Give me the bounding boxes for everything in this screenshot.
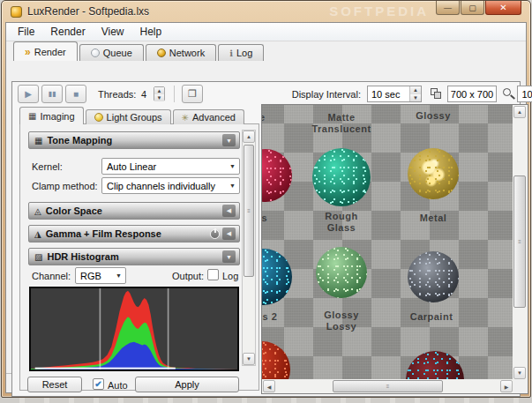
scroll-down-icon[interactable]: ▼: [243, 353, 255, 365]
spinner-up-icon[interactable]: ▲: [154, 87, 164, 94]
toolbar-separator: [174, 86, 175, 102]
material-label: Glass: [262, 213, 267, 224]
tab-light-groups[interactable]: Light Groups: [86, 109, 171, 124]
close-button[interactable]: ✕: [485, 1, 521, 15]
stop-render-button[interactable]: ■: [65, 85, 86, 103]
scroll-up-icon[interactable]: ▲: [513, 106, 526, 118]
display-interval-spinbox[interactable]: 10 sec ▲ ▼: [367, 86, 422, 102]
resize-icon: [431, 88, 438, 95]
tab-light-groups-label: Light Groups: [107, 112, 162, 123]
menu-file[interactable]: File: [10, 24, 42, 40]
gamma-film-response-title: Gamma + Film Response: [46, 228, 207, 239]
copy-to-clipboard-button[interactable]: ❐: [182, 85, 203, 103]
tab-queue-label: Queue: [103, 48, 132, 58]
spinner-down-icon[interactable]: ▼: [410, 94, 421, 102]
pause-render-button[interactable]: ▮▮: [41, 85, 63, 103]
clamp-method-select[interactable]: Clip channels individually ▼: [101, 177, 240, 194]
kernel-select[interactable]: Auto Linear ▼: [101, 158, 240, 175]
render-hscrollbar-thumb[interactable]: ≡: [333, 380, 443, 392]
apply-button[interactable]: Apply: [135, 377, 239, 392]
collapse-arrow-icon[interactable]: ▼: [222, 250, 236, 263]
client-area: File Render View Help » Render Queue Net…: [5, 22, 527, 393]
pause-icon: ▮▮: [49, 90, 56, 98]
render-vscrollbar-thumb[interactable]: ≡: [513, 175, 526, 308]
apply-button-label: Apply: [175, 379, 199, 390]
hdr-histogram-header[interactable]: ▨ HDR Histogram ▼: [28, 248, 240, 265]
app-icon: [11, 6, 22, 18]
gray-sphere: [408, 251, 459, 302]
menu-view[interactable]: View: [94, 24, 132, 40]
tab-advanced[interactable]: ✳ Advanced: [173, 109, 244, 124]
panel-scrollbar-thumb[interactable]: ≡: [244, 145, 254, 277]
minimize-button[interactable]: —: [436, 1, 460, 15]
tone-mapping-icon: ▦: [34, 136, 42, 146]
tab-advanced-label: Advanced: [192, 112, 236, 123]
softpedia-watermark: SOFTPEDIA: [329, 4, 429, 19]
maximize-button[interactable]: ▢: [461, 1, 484, 15]
resume-render-button[interactable]: ▶: [18, 85, 39, 103]
material-label: Glossy Lossy: [324, 310, 359, 332]
spinner-up-icon[interactable]: ▲: [410, 86, 421, 94]
material-label: Glass 2: [262, 311, 277, 323]
menu-bar: File Render View Help: [6, 23, 526, 41]
imaging-panel: ▦ Tone Mapping ▼ Kernel: Auto Linear ▼ C…: [19, 123, 259, 391]
channel-label: Channel:: [32, 271, 71, 281]
hdr-histogram-chart: [29, 287, 239, 371]
hdr-histogram-icon: ▨: [34, 252, 42, 262]
tab-queue[interactable]: Queue: [79, 44, 144, 61]
main-tab-bar: » Render Queue Network ℹ Log: [6, 41, 526, 61]
green-sphere: [316, 247, 367, 298]
side-tab-bar: ▦ Imaging Light Groups ✳ Advanced: [19, 107, 246, 124]
menu-render[interactable]: Render: [42, 24, 93, 40]
tab-render[interactable]: » Render: [13, 41, 78, 61]
reset-button-label: Reset: [42, 379, 68, 390]
output-label: Output:: [172, 271, 204, 281]
teal-sparkle-sphere-speckles: [312, 148, 371, 206]
render-vscrollbar[interactable]: ▲ ≡ ▼: [513, 105, 528, 380]
panel-scrollbar[interactable]: ▲ ≡ ▼: [242, 130, 256, 366]
network-tab-icon: [157, 49, 166, 57]
scroll-up-icon[interactable]: ▲: [243, 131, 255, 143]
scroll-left-icon[interactable]: ◀: [263, 380, 275, 392]
threads-spinner[interactable]: ▲ ▼: [154, 86, 165, 101]
app-window: LuxRender - Softpedia.lxs SOFTPEDIA — ▢ …: [1, 0, 531, 398]
render-hscrollbar[interactable]: ◀ ≡ ▶: [262, 379, 513, 393]
channel-select[interactable]: RGB ▼: [75, 267, 126, 284]
copy-icon: ❐: [188, 88, 197, 100]
material-label: Glossy: [416, 110, 451, 122]
rendered-image: MatteMatte TranslucentGlossyTranslucentG…: [262, 105, 513, 379]
collapse-arrow-icon[interactable]: ▼: [222, 134, 236, 146]
log-checkbox[interactable]: [207, 269, 219, 280]
chevron-down-icon: ▼: [226, 183, 239, 189]
collapse-arrow-icon[interactable]: ◀: [222, 228, 236, 240]
magnifier-icon[interactable]: [503, 88, 511, 96]
imaging-icon: ▦: [28, 111, 36, 121]
menu-help[interactable]: Help: [132, 24, 170, 40]
tone-mapping-header[interactable]: ▦ Tone Mapping ▼: [28, 131, 240, 149]
title-bar[interactable]: LuxRender - Softpedia.lxs SOFTPEDIA — ▢ …: [2, 1, 530, 22]
auto-checkbox[interactable]: ✔: [93, 378, 104, 390]
color-space-title: Color Space: [46, 205, 220, 216]
gamma-film-response-header[interactable]: ◮ Gamma + Film Response ◀: [28, 225, 240, 243]
kernel-value: Auto Linear: [107, 161, 156, 172]
power-icon[interactable]: [210, 229, 220, 239]
render-noise-overlay: [262, 105, 513, 379]
material-label: Metal: [420, 213, 447, 224]
tab-network[interactable]: Network: [146, 44, 216, 61]
tab-log[interactable]: ℹ Log: [218, 44, 264, 61]
reset-button[interactable]: Reset: [27, 377, 82, 392]
tab-log-label: Log: [236, 48, 252, 58]
spinner-down-icon[interactable]: ▼: [154, 94, 164, 101]
light-bulb-icon: [94, 113, 103, 122]
collapse-arrow-icon[interactable]: ◀: [222, 205, 236, 217]
color-space-header[interactable]: ◬ Color Space ◀: [28, 202, 240, 220]
green-sphere-speckles: [316, 247, 367, 298]
queue-tab-icon: [91, 49, 100, 57]
tab-imaging[interactable]: ▦ Imaging: [19, 107, 84, 124]
resolution-box: 700 x 700: [447, 86, 497, 102]
channel-value: RGB: [80, 271, 101, 281]
clamp-method-label: Clamp method:: [32, 181, 98, 191]
scroll-down-icon[interactable]: ▼: [513, 367, 526, 379]
scroll-right-icon[interactable]: ▶: [500, 380, 513, 392]
resolution-value: 700 x 700: [451, 89, 493, 100]
